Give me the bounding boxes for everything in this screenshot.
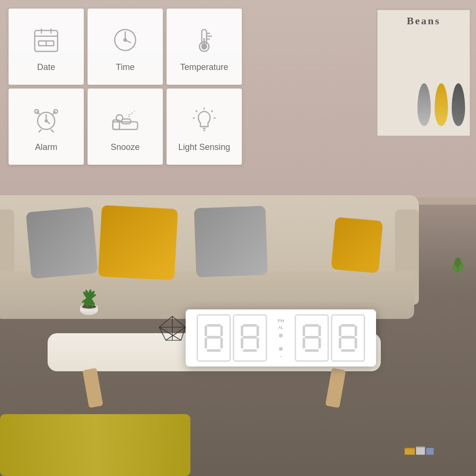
clock-digit-m2 — [331, 314, 365, 362]
plant-container — [74, 286, 104, 318]
date-label: Date — [37, 62, 55, 72]
feather-yellow — [435, 83, 448, 126]
time-label: Time — [116, 62, 134, 72]
svg-rect-40 — [303, 338, 305, 349]
svg-rect-28 — [207, 349, 220, 352]
alarm-label: Alarm — [35, 142, 57, 152]
clock-digit-h1 — [197, 314, 231, 362]
svg-point-67 — [124, 39, 127, 41]
svg-rect-41 — [318, 338, 321, 349]
svg-rect-35 — [243, 349, 257, 352]
svg-rect-25 — [207, 336, 220, 338]
svg-rect-36 — [305, 324, 318, 327]
svg-rect-30 — [241, 326, 243, 337]
svg-rect-39 — [305, 336, 318, 338]
svg-rect-53 — [405, 448, 415, 449]
svg-rect-27 — [220, 338, 223, 349]
svg-rect-49 — [341, 349, 355, 352]
svg-rect-26 — [205, 338, 207, 349]
svg-rect-43 — [341, 324, 355, 327]
feature-card-time: Time — [88, 9, 163, 85]
date-icon — [30, 23, 63, 57]
svg-rect-45 — [355, 326, 357, 337]
picture-title: Beans — [407, 15, 440, 27]
svg-rect-52 — [426, 448, 434, 455]
svg-rect-32 — [243, 336, 257, 338]
svg-rect-54 — [416, 446, 425, 448]
pillow-yellow — [98, 205, 178, 280]
clock-minutes — [295, 314, 365, 362]
pillow-gray-left — [26, 207, 98, 279]
table-leg-left — [82, 368, 103, 408]
svg-rect-46 — [341, 336, 355, 338]
svg-line-96 — [196, 110, 197, 112]
svg-rect-29 — [243, 324, 257, 327]
svg-rect-47 — [339, 338, 341, 349]
feather-gray — [417, 83, 431, 126]
green-plant — [443, 252, 462, 324]
clock-digit-m1 — [295, 314, 329, 362]
svg-line-97 — [211, 110, 213, 112]
svg-line-21 — [166, 327, 185, 340]
svg-rect-23 — [205, 326, 207, 337]
svg-point-74 — [202, 44, 207, 49]
plant-svg — [74, 286, 104, 316]
light-sensing-label: Light Sensing — [178, 142, 230, 152]
time-icon — [109, 23, 142, 57]
snooze-icon: z z z — [109, 103, 142, 137]
svg-rect-50 — [405, 448, 415, 455]
svg-rect-42 — [305, 349, 318, 352]
snooze-label: Snooze — [110, 142, 139, 152]
temperature-label: Temperature — [180, 62, 228, 72]
svg-line-14 — [181, 327, 185, 340]
svg-rect-51 — [416, 447, 425, 455]
svg-rect-24 — [220, 326, 223, 337]
pillow-gray-right — [194, 206, 268, 277]
feature-card-date: Date — [9, 9, 84, 85]
svg-rect-44 — [339, 326, 341, 337]
feature-card-alarm: Alarm — [9, 89, 84, 165]
features-grid: Date Time — [9, 9, 242, 165]
floor-rug — [0, 414, 190, 476]
svg-text:z: z — [128, 113, 130, 118]
svg-rect-48 — [355, 338, 357, 349]
thermometer-icon — [188, 23, 221, 57]
svg-point-78 — [45, 120, 47, 122]
alarm-icon — [30, 103, 63, 137]
svg-rect-31 — [257, 326, 259, 337]
svg-rect-34 — [257, 338, 259, 349]
svg-text:z: z — [131, 111, 133, 115]
svg-rect-38 — [318, 326, 321, 337]
feather-dark — [452, 83, 465, 126]
svg-line-79 — [39, 129, 41, 132]
svg-text:z: z — [134, 109, 135, 112]
svg-line-13 — [172, 317, 185, 327]
led-clock: PM AL • — [186, 309, 376, 367]
feathers-decoration — [417, 83, 465, 126]
svg-line-80 — [51, 129, 54, 132]
wall-picture: Beans — [376, 9, 471, 137]
feature-card-temperature: Temperature — [167, 9, 242, 85]
svg-rect-33 — [241, 338, 243, 349]
svg-rect-22 — [207, 324, 220, 327]
light-sensing-icon — [188, 103, 221, 137]
books — [405, 433, 462, 462]
feature-card-light-sensing: Light Sensing — [167, 89, 242, 165]
svg-line-17 — [159, 317, 172, 327]
clock-digit-h2 — [233, 314, 267, 362]
feature-card-snooze: z z z Snooze — [88, 89, 163, 165]
table-leg-right — [325, 368, 346, 408]
svg-rect-85 — [113, 122, 138, 129]
svg-rect-37 — [303, 326, 305, 337]
clock-hours — [197, 314, 267, 362]
pillow-small-right — [331, 217, 383, 273]
